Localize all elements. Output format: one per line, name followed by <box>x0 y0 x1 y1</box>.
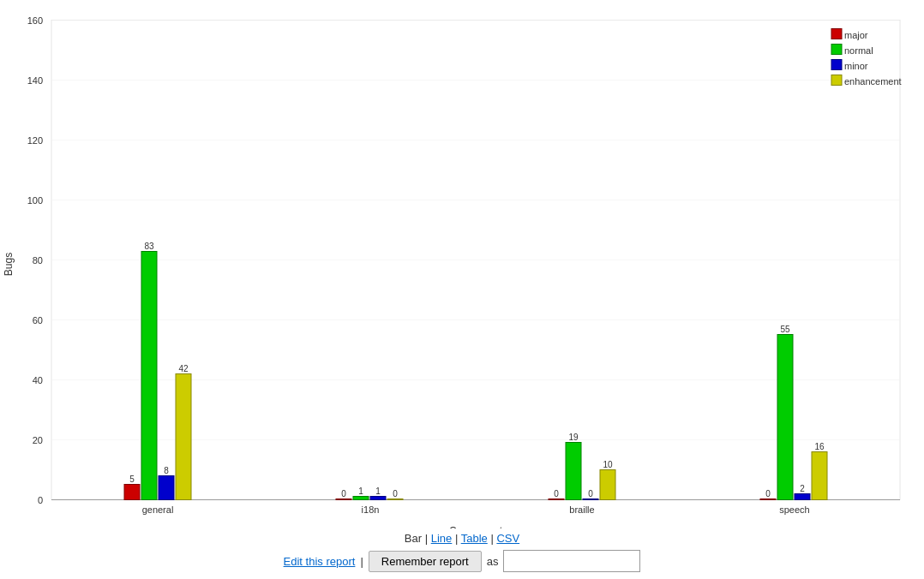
svg-text:55: 55 <box>780 325 790 334</box>
table-link[interactable]: Table <box>461 532 488 545</box>
separator2: | <box>455 532 461 545</box>
legend-enhancement-swatch <box>831 75 842 86</box>
chart-area: 0 20 40 60 80 100 120 140 160 Bugs Compo… <box>0 0 924 528</box>
svg-text:5: 5 <box>129 475 135 484</box>
footer-separator: | <box>360 555 363 568</box>
bar-general-enhancement <box>176 374 191 500</box>
svg-text:0: 0 <box>554 489 559 498</box>
bar-speech-major <box>760 499 776 500</box>
remember-report-input[interactable] <box>503 550 640 572</box>
bar-general-minor <box>159 476 174 500</box>
bar-speech-normal <box>777 335 793 500</box>
bar-speech-enhancement <box>812 452 827 500</box>
bar-link-text: Bar <box>405 532 422 545</box>
legend-minor-label: minor <box>844 61 868 71</box>
svg-text:20: 20 <box>33 435 43 445</box>
bar-general-normal <box>141 252 157 500</box>
as-label: as <box>487 555 499 568</box>
svg-text:0: 0 <box>588 489 593 498</box>
bar-i18n-enhancement <box>387 499 403 500</box>
chart-svg: 0 20 40 60 80 100 120 140 160 Bugs Compo… <box>0 0 924 528</box>
svg-text:1: 1 <box>375 486 381 496</box>
footer: Bar | Line | Table | CSV Edit this repor… <box>0 528 924 579</box>
bar-i18n-major <box>336 499 351 500</box>
csv-link[interactable]: CSV <box>496 532 519 545</box>
bottom-bar: Edit this report | Remember report as <box>284 550 641 572</box>
svg-text:0: 0 <box>393 489 398 498</box>
bar-braille-major <box>549 499 564 500</box>
svg-text:0: 0 <box>341 489 346 498</box>
line-link[interactable]: Line <box>431 532 453 545</box>
svg-text:160: 160 <box>27 15 43 26</box>
svg-text:general: general <box>142 504 174 515</box>
bar-general-major <box>124 485 140 500</box>
bar-speech-minor <box>795 494 810 500</box>
bar-i18n-minor <box>370 497 386 500</box>
svg-text:braille: braille <box>569 504 594 515</box>
legend-major-swatch <box>831 29 842 39</box>
svg-text:80: 80 <box>33 255 43 266</box>
svg-text:i18n: i18n <box>362 504 380 515</box>
svg-text:100: 100 <box>27 195 43 206</box>
bar-braille-normal <box>566 443 581 500</box>
svg-text:0: 0 <box>38 495 43 505</box>
bar-braille-enhancement <box>600 470 615 500</box>
svg-text:0: 0 <box>765 489 771 498</box>
svg-text:1: 1 <box>358 486 363 496</box>
svg-text:19: 19 <box>568 433 579 442</box>
svg-text:83: 83 <box>144 242 154 251</box>
legend-major-label: major <box>844 30 868 40</box>
svg-text:60: 60 <box>33 315 43 325</box>
svg-text:120: 120 <box>27 135 43 146</box>
bar-i18n-normal <box>353 497 369 500</box>
svg-text:16: 16 <box>814 442 825 451</box>
svg-text:8: 8 <box>164 466 169 475</box>
remember-report-button[interactable]: Remember report <box>369 551 482 572</box>
legend-normal-label: normal <box>844 45 873 56</box>
svg-text:10: 10 <box>603 460 613 469</box>
legend-enhancement-label: enhancement <box>844 76 902 87</box>
svg-text:140: 140 <box>27 75 43 86</box>
x-axis-title: Component <box>449 525 503 529</box>
legend-minor-swatch <box>831 60 842 70</box>
svg-text:40: 40 <box>33 375 43 385</box>
chart-links: Bar | Line | Table | CSV <box>405 532 519 545</box>
svg-text:speech: speech <box>779 504 809 515</box>
separator1: | <box>425 532 431 545</box>
svg-text:42: 42 <box>178 364 189 373</box>
main-container: 0 20 40 60 80 100 120 140 160 Bugs Compo… <box>0 0 924 579</box>
bar-braille-minor <box>583 499 598 500</box>
svg-text:2: 2 <box>800 484 805 493</box>
edit-report-link[interactable]: Edit this report <box>284 555 356 568</box>
legend-normal-swatch <box>831 45 842 55</box>
y-axis-title: Bugs <box>3 253 15 276</box>
